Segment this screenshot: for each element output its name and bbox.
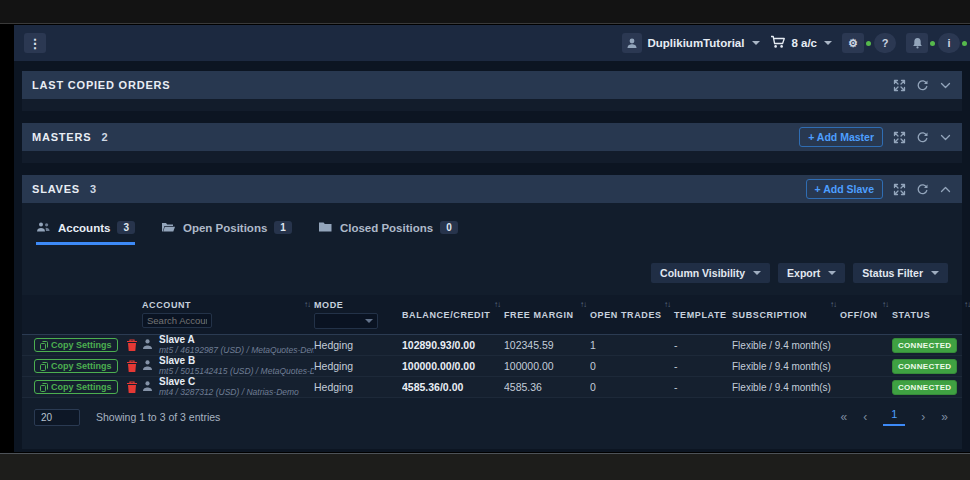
mode-cell: Hedging	[314, 381, 402, 393]
mode-cell: Hedging	[314, 339, 402, 351]
pagination: « ‹ 1 › »	[841, 408, 949, 426]
free-margin-cell: 100000.00	[504, 360, 590, 372]
free-margin-cell: 102345.59	[504, 339, 590, 351]
expand-icon[interactable]	[893, 79, 906, 92]
status-badge: CONNECTED	[892, 380, 957, 395]
page-size-select[interactable]: 20	[34, 409, 80, 426]
top-navbar: ⋮ DuplikiumTutorial 8 a/c ⚙ ?	[14, 25, 970, 61]
masters-count: 2	[101, 131, 107, 143]
refresh-icon[interactable]	[916, 131, 929, 144]
add-master-button[interactable]: + Add Master	[799, 127, 883, 147]
kebab-menu-icon[interactable]: ⋮	[24, 33, 46, 53]
copy-settings-button[interactable]: Copy Settings	[34, 380, 118, 394]
tab-label: Closed Positions	[340, 222, 433, 234]
refresh-icon[interactable]	[916, 79, 929, 92]
open-trades-cell: 0	[590, 381, 674, 393]
cart-menu[interactable]: 8 a/c	[770, 35, 832, 51]
table-header-row: ACCOUNT ↑↓ MODE BALANCE/CREDIT ↑↓ FREE M…	[22, 295, 962, 335]
status-dot	[866, 41, 871, 46]
column-balance[interactable]: BALANCE/CREDIT ↑↓	[402, 300, 504, 329]
chevron-down-icon	[365, 319, 373, 323]
panel-title: LAST COPIED ORDERS	[32, 79, 170, 91]
chevron-down-icon[interactable]	[939, 79, 952, 92]
column-status[interactable]: STATUS ↑↓	[892, 300, 970, 329]
expand-icon[interactable]	[893, 131, 906, 144]
open-trades-cell: 1	[590, 339, 674, 351]
chevron-down-icon	[753, 271, 761, 275]
sort-icon[interactable]: ↑↓	[664, 300, 670, 309]
panel-body	[22, 99, 962, 111]
status-dot	[962, 41, 967, 46]
app-window: ⋮ DuplikiumTutorial 8 a/c ⚙ ?	[14, 25, 970, 452]
tab-count-badge: 1	[274, 221, 292, 234]
tab-accounts[interactable]: Accounts 3	[36, 221, 135, 245]
refresh-icon[interactable]	[916, 183, 929, 196]
cart-icon	[770, 35, 786, 51]
sort-icon[interactable]: ↑↓	[830, 300, 836, 309]
mode-filter-select[interactable]	[314, 313, 378, 329]
chevron-up-icon[interactable]	[939, 183, 952, 196]
account-name: Slave C	[159, 377, 299, 387]
panel-title: SLAVES	[32, 183, 80, 195]
last-page-button[interactable]: »	[941, 410, 948, 424]
sort-icon[interactable]: ↑↓	[580, 300, 586, 309]
info-icon[interactable]: i	[938, 33, 960, 53]
chevron-down-icon	[931, 271, 939, 275]
column-template[interactable]: TEMPLATE	[674, 300, 732, 329]
settings-gear-icon[interactable]: ⚙	[842, 33, 864, 53]
column-visibility-button[interactable]: Column Visibility	[651, 263, 770, 283]
sort-icon[interactable]: ↑↓	[964, 300, 970, 309]
first-page-button[interactable]: «	[841, 410, 848, 424]
status-filter-button[interactable]: Status Filter	[853, 263, 948, 283]
column-offon[interactable]: OFF/ON ↑↓	[840, 300, 892, 329]
next-page-button[interactable]: ›	[921, 410, 925, 424]
add-slave-button[interactable]: + Add Slave	[806, 179, 883, 199]
cart-count: 8 a/c	[791, 37, 817, 49]
chevron-down-icon[interactable]	[939, 131, 952, 144]
tab-label: Open Positions	[183, 222, 267, 234]
sort-icon[interactable]: ↑↓	[494, 300, 500, 309]
table-row: Copy Settings Slave A mt5 / 46192987 (US…	[22, 335, 962, 356]
bell-icon[interactable]	[906, 33, 928, 53]
mode-cell: Hedging	[314, 360, 402, 372]
export-button[interactable]: Export	[778, 263, 845, 283]
prev-page-button[interactable]: ‹	[863, 410, 867, 424]
panel-title: MASTERS	[32, 131, 91, 143]
column-subscription[interactable]: SUBSCRIPTION ↑↓	[732, 300, 840, 329]
user-menu[interactable]: DuplikiumTutorial	[622, 33, 761, 53]
copy-settings-button[interactable]: Copy Settings	[34, 338, 118, 352]
chevron-down-icon	[824, 41, 832, 45]
tab-closed-positions[interactable]: Closed Positions 0	[318, 221, 458, 245]
delete-trash-icon[interactable]	[126, 360, 138, 373]
balance-cell: 100000.00/0.00	[402, 360, 504, 372]
column-free-margin[interactable]: FREE MARGIN ↑↓	[504, 300, 590, 329]
expand-icon[interactable]	[893, 183, 906, 196]
template-cell: -	[674, 381, 732, 393]
chevron-down-icon	[752, 41, 760, 45]
masters-header: MASTERS 2 + Add Master	[22, 123, 962, 151]
account-name: Slave B	[159, 356, 314, 366]
account-person-icon	[142, 338, 153, 352]
showing-entries-text: Showing 1 to 3 of 3 entries	[96, 411, 220, 423]
slaves-header: SLAVES 3 + Add Slave	[22, 175, 962, 203]
column-account[interactable]: ACCOUNT ↑↓	[142, 300, 314, 329]
user-icon	[622, 33, 642, 53]
tab-count-badge: 0	[440, 221, 458, 234]
page-number-button[interactable]: 1	[883, 408, 905, 426]
panel-body	[22, 151, 962, 163]
status-badge: CONNECTED	[892, 359, 957, 374]
column-open-trades[interactable]: OPEN TRADES ↑↓	[590, 300, 674, 329]
sort-icon[interactable]: ↑↓	[882, 300, 888, 309]
account-search-input[interactable]	[142, 313, 212, 328]
sort-icon[interactable]: ↑↓	[304, 300, 310, 309]
tab-open-positions[interactable]: Open Positions 1	[161, 221, 292, 245]
column-mode[interactable]: MODE	[314, 300, 402, 329]
account-details: mt4 / 3287312 (USD) / Natrias-Demo	[159, 388, 299, 397]
help-icon[interactable]: ?	[874, 33, 896, 53]
copy-settings-button[interactable]: Copy Settings	[34, 359, 118, 373]
delete-trash-icon[interactable]	[126, 339, 138, 352]
subscription-cell: Flexible / 9.4 month(s)	[732, 340, 840, 351]
tab-count-badge: 3	[117, 221, 135, 234]
open-folder-icon	[161, 221, 176, 234]
delete-trash-icon[interactable]	[126, 381, 138, 394]
